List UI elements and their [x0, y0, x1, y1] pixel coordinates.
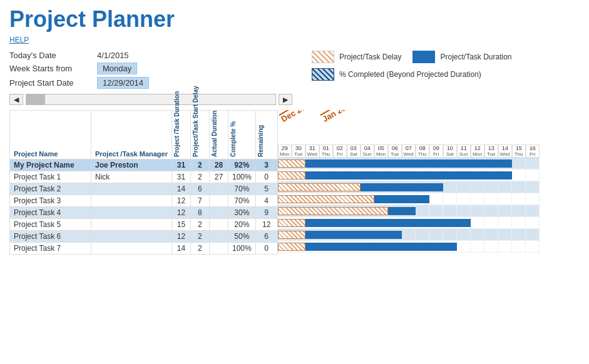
cell-duration: 12 [172, 207, 190, 219]
gantt-row [278, 169, 540, 181]
cell-complete-pct: 30% [228, 207, 255, 219]
gantt-date-cell: 07Wed [402, 144, 416, 158]
gantt-bar-blue [388, 207, 416, 215]
gantt-bg-cell [402, 229, 416, 241]
table-row: Project Task 6 12 2 50% 6 [10, 231, 278, 243]
cell-complete-pct: 92% [228, 159, 255, 171]
page: Project Planner HELP Today's Date 4/1/20… [0, 0, 589, 364]
gantt-bg-cell [443, 193, 457, 205]
gantt-bar-blue [361, 183, 443, 191]
cell-duration: 12 [172, 195, 190, 207]
gantt-bg-cell [526, 241, 540, 253]
table-row: Project Task 5 15 2 20% 12 [10, 219, 278, 231]
cell-manager [91, 219, 172, 231]
cell-project-name: Project Task 3 [10, 195, 91, 207]
legend-delay-row: Project/Task Delay Project/Task Duration [312, 51, 511, 63]
table-row: Project Task 3 12 7 70% 4 [10, 195, 278, 207]
gantt-bar-hatch [278, 219, 305, 227]
cell-remaining: 4 [255, 195, 277, 207]
scroll-left-button[interactable]: ◀ [9, 94, 23, 105]
cell-complete-pct: 20% [228, 219, 255, 231]
week-starts-label: Week Starts from [9, 64, 91, 73]
table-row: Project Task 4 12 8 30% 9 [10, 207, 278, 219]
legend-delay-icon [312, 51, 334, 63]
cell-remaining: 0 [255, 243, 277, 255]
project-start-row: Project Start Date 12/29/2014 [9, 77, 149, 89]
gantt-bg-cell [484, 205, 498, 217]
gantt-bg-cell [429, 193, 443, 205]
cell-actual-duration [209, 243, 228, 255]
scrollbar-row: ◀ ▶ [9, 94, 580, 105]
today-value: 4/1/2015 [97, 51, 129, 60]
gantt-date-cell: 29Mon [278, 144, 292, 158]
gantt-bar-hatch [278, 207, 388, 215]
gantt-bg-cell [429, 205, 443, 217]
gantt-bar-hatch [278, 171, 305, 179]
gantt-bg-cell [471, 241, 484, 253]
cell-start-delay: 2 [190, 159, 209, 171]
cell-manager [91, 243, 172, 255]
cell-project-name: Project Task 4 [10, 207, 91, 219]
gantt-date-cell: 15Thu [512, 144, 526, 158]
month-labels-area: Dec 2014 Jan 2015 [278, 110, 540, 144]
gantt-bar-hatch [278, 159, 305, 168]
info-block: Today's Date 4/1/2015 Week Starts from M… [9, 51, 149, 90]
help-link[interactable]: HELP [9, 36, 29, 44]
scroll-right-button[interactable]: ▶ [279, 94, 292, 105]
gantt-bg-cell [457, 241, 471, 253]
gantt-date-cell: 09Fri [429, 144, 443, 158]
cell-project-name: Project Task 6 [10, 231, 91, 243]
scroll-track[interactable] [26, 94, 276, 105]
month-jan-label: Jan 2015 [320, 110, 359, 124]
gantt-date-cell: 04Sun [361, 144, 374, 158]
gantt-bg-cell [498, 241, 512, 253]
week-starts-row: Week Starts from Monday [9, 63, 149, 74]
gantt-row [278, 241, 540, 253]
gantt-header: 29Mon30Tue31Wed01Thu02Fri03Sat04Sun05Mon… [278, 144, 540, 158]
cell-manager: Joe Preston [91, 159, 172, 171]
cell-duration: 14 [172, 243, 190, 255]
cell-duration: 14 [172, 183, 190, 195]
gantt-bar-blue [305, 159, 512, 168]
cell-project-name: Project Task 1 [10, 171, 91, 183]
cell-start-delay: 2 [190, 219, 209, 231]
cell-remaining: 6 [255, 231, 277, 243]
gantt-bg-cell [471, 205, 484, 217]
project-start-value[interactable]: 12/29/2014 [97, 77, 149, 89]
gantt-bg-cell [498, 193, 512, 205]
gantt-bg-cell [416, 205, 429, 217]
gantt-bg-cell [457, 181, 471, 193]
legend-duration-label: Project/Task Duration [440, 53, 511, 61]
gantt-date-cell: 13Tue [484, 144, 498, 158]
main-content: Project Name Project /Task Manager Proje… [9, 110, 580, 255]
cell-start-delay: 2 [190, 171, 209, 183]
gantt-bg-cell [484, 229, 498, 241]
gantt-bg-cell [443, 229, 457, 241]
gantt-date-cell: 05Mon [374, 144, 388, 158]
cell-start-delay: 2 [190, 243, 209, 255]
gantt-date-cell: 31Wed [305, 144, 319, 158]
gantt-bg-cell [526, 169, 540, 181]
gantt-bg-cell [526, 205, 540, 217]
gantt-bar-blue [305, 243, 457, 251]
page-title: Project Planner [9, 6, 580, 33]
cell-start-delay: 2 [190, 231, 209, 243]
today-row: Today's Date 4/1/2015 [9, 51, 149, 60]
cell-manager [91, 195, 172, 207]
cell-actual-duration: 27 [209, 171, 228, 183]
cell-project-name: My Project Name [10, 159, 91, 171]
gantt-bg-cell [484, 241, 498, 253]
cell-project-name: Project Task 2 [10, 183, 91, 195]
legend-completed-row: % Completed (Beyond Projected Duration) [312, 68, 511, 81]
scroll-thumb[interactable] [26, 94, 45, 104]
gantt-bg-cell [512, 169, 526, 181]
gantt-bg-cell [526, 158, 540, 169]
gantt-bg-cell [526, 181, 540, 193]
gantt-bg-cell [498, 229, 512, 241]
gantt-bar-hatch [278, 231, 305, 239]
legend-completed-icon [312, 68, 334, 81]
week-starts-value[interactable]: Monday [97, 63, 137, 74]
col-duration: Project /Task Duration [172, 111, 190, 159]
col-manager: Project /Task Manager [91, 111, 172, 159]
gantt-date-cell: 14Wed [498, 144, 512, 158]
